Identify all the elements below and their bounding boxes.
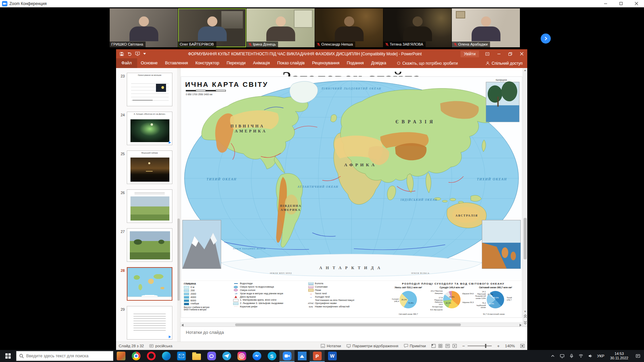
tab-help[interactable]: Довідка <box>367 58 390 68</box>
scroll-thumb[interactable] <box>235 323 461 326</box>
slide-thumbnail-27[interactable] <box>127 228 172 262</box>
word-app-button[interactable]: W <box>325 350 340 362</box>
participant-name: Тетяна ЗАВ'ЯЛОВА <box>390 42 423 46</box>
tab-view[interactable]: Подання <box>343 58 367 68</box>
search-input[interactable] <box>26 354 103 358</box>
depth-scale: ГЛИБИНА 0 м 200 2000 4000 6000 глибше Ви… <box>184 282 233 317</box>
slide-thumbnail-24[interactable]: А. Куїнджі «Місячна ніч на Дніпрі» <box>127 112 172 145</box>
instagram-app-button[interactable] <box>234 350 249 362</box>
tab-slideshow[interactable]: Показ слайдів <box>274 58 309 68</box>
undo-icon[interactable] <box>127 52 132 56</box>
slideshow-icon[interactable] <box>135 52 140 56</box>
scroll-thumb[interactable] <box>524 218 527 259</box>
ribbon-options-button[interactable] <box>482 49 493 58</box>
slideshow-view-button[interactable] <box>452 344 457 348</box>
ppt-minimize-button[interactable] <box>493 49 504 58</box>
notes-toggle-button[interactable]: Нотатки <box>321 344 341 348</box>
zoom-minimize-button[interactable] <box>598 0 613 7</box>
slide-sorter-view-button[interactable] <box>438 344 443 348</box>
display-settings-button[interactable]: Параметри відображення <box>346 344 398 348</box>
opera-app-button[interactable] <box>144 350 159 362</box>
tab-transitions[interactable]: Переходи <box>223 58 250 68</box>
reading-view-button[interactable] <box>445 344 450 348</box>
scroll-down-icon[interactable]: ▼ <box>523 310 527 313</box>
pie-land: Суходіл 149,4 млн км² 24,2 Північна Амер… <box>430 286 474 315</box>
slide-thumbnail-26[interactable] <box>127 189 172 223</box>
slide-canvas[interactable]: Заголовок слайда <box>180 68 523 322</box>
tell-me-box[interactable]: Скажіть, що потрібно зробити <box>397 61 458 66</box>
messenger-app-button[interactable] <box>249 350 264 362</box>
vertical-scrollbar[interactable]: ▲ ▼ <box>523 68 527 326</box>
taskbar-clock[interactable]: 14:53 30.11.2022 <box>606 352 632 360</box>
save-icon[interactable] <box>119 52 124 56</box>
taskbar-search[interactable] <box>16 351 113 361</box>
slide-thumbnail-29[interactable] <box>127 306 172 340</box>
participant-tile[interactable]: Тетяна ЗАВ'ЯЛОВА <box>383 8 451 47</box>
explorer-app-button[interactable] <box>189 350 204 362</box>
zoom-close-button[interactable] <box>629 0 644 7</box>
slide-thumbnail-25[interactable]: Морський пейзаж <box>127 150 172 184</box>
chrome-app-button[interactable] <box>128 350 144 362</box>
zoom-level[interactable]: 140% <box>505 344 515 348</box>
share-button[interactable]: Спільний доступ <box>486 61 523 66</box>
tab-animations[interactable]: Анімація <box>249 58 273 68</box>
participant-tile[interactable]: Олена Арабаджи <box>452 8 520 47</box>
powerpoint-app-button[interactable]: P <box>310 350 325 362</box>
participant-tile[interactable]: Олег БАЙТЕРЯКОВ <box>178 8 246 47</box>
zoom-app-button[interactable] <box>279 350 294 362</box>
notes-pane[interactable]: Нотатки до слайда <box>180 326 527 342</box>
ppt-restore-button[interactable] <box>504 49 516 58</box>
panel-scrollbar[interactable] <box>177 68 180 342</box>
language-indicator[interactable]: УКР <box>595 354 606 358</box>
language-selector[interactable]: російська <box>149 344 172 348</box>
zoom-in-button[interactable]: + <box>497 344 500 349</box>
zoom-slider[interactable] <box>468 344 492 348</box>
viber-app-button[interactable] <box>204 350 219 362</box>
start-button[interactable] <box>0 350 16 362</box>
slide-map-image[interactable]: ПІВНІЧНА АМЕРИКА ПІВДЕННА АМЕРИКА АФРИКА… <box>181 77 522 317</box>
tab-insert[interactable]: Вставлення <box>161 58 192 68</box>
tab-home[interactable]: Основне <box>137 58 161 68</box>
horizontal-scrollbar[interactable] <box>180 322 523 326</box>
fit-slide-button[interactable] <box>520 344 525 348</box>
next-participants-button[interactable] <box>541 34 551 44</box>
display-tray-icon[interactable] <box>557 350 567 362</box>
photos-app-button[interactable] <box>294 350 310 362</box>
qat-menu-icon[interactable] <box>143 53 146 55</box>
action-center-button[interactable] <box>632 350 644 362</box>
scroll-right-icon[interactable] <box>520 324 522 326</box>
scroll-left-icon[interactable] <box>181 324 183 326</box>
slide-indicator[interactable]: Слайд 28 з 32 <box>119 344 144 348</box>
tab-file[interactable]: Файл <box>116 58 137 68</box>
microphone-tray-icon[interactable] <box>567 350 576 362</box>
pie-caption: Світовий океан 360,7 млн км² <box>474 286 517 289</box>
skype-app-button[interactable]: S <box>264 350 279 362</box>
comments-button[interactable]: Примітки <box>404 344 426 348</box>
slide-thumbnail-28-current[interactable] <box>127 267 172 301</box>
participant-tile[interactable]: Олександр Непша <box>315 8 383 47</box>
previous-slide-button[interactable] <box>523 314 527 320</box>
label-west-wind-current: ТЕЧІЯ ЗАХІДНИХ ВІТРІВ <box>233 247 266 250</box>
sign-in-button[interactable]: Увійти <box>461 51 479 57</box>
tab-design[interactable]: Конструктор <box>192 58 223 68</box>
telegram-app-button[interactable] <box>219 350 234 362</box>
next-slide-button[interactable] <box>523 320 527 326</box>
zoom-maximize-button[interactable] <box>613 0 629 7</box>
slide-thumbnail-23[interactable]: Орієнтування за місяцем <box>127 73 172 106</box>
participant-tile[interactable]: Ірина Донець <box>247 8 315 47</box>
edge-app-button[interactable] <box>159 350 174 362</box>
volume-tray-icon[interactable] <box>586 350 595 362</box>
label-australia: АВСТРАЛІЯ <box>455 214 478 217</box>
scroll-up-icon[interactable]: ▲ <box>523 68 527 72</box>
mail-app-button[interactable] <box>174 350 189 362</box>
tab-review[interactable]: Рецензування <box>308 58 343 68</box>
news-widget-button[interactable] <box>113 350 128 362</box>
ppt-close-button[interactable] <box>516 49 527 58</box>
normal-view-button[interactable] <box>431 344 436 348</box>
zoom-slider-thumb[interactable] <box>485 344 486 348</box>
zoom-out-button[interactable]: − <box>462 343 465 349</box>
network-tray-icon[interactable] <box>576 350 586 362</box>
participant-name: Олександр Непша <box>321 42 353 46</box>
tray-expand-button[interactable] <box>548 350 557 362</box>
participant-tile[interactable]: ГРИШКО Світлана <box>110 8 178 47</box>
